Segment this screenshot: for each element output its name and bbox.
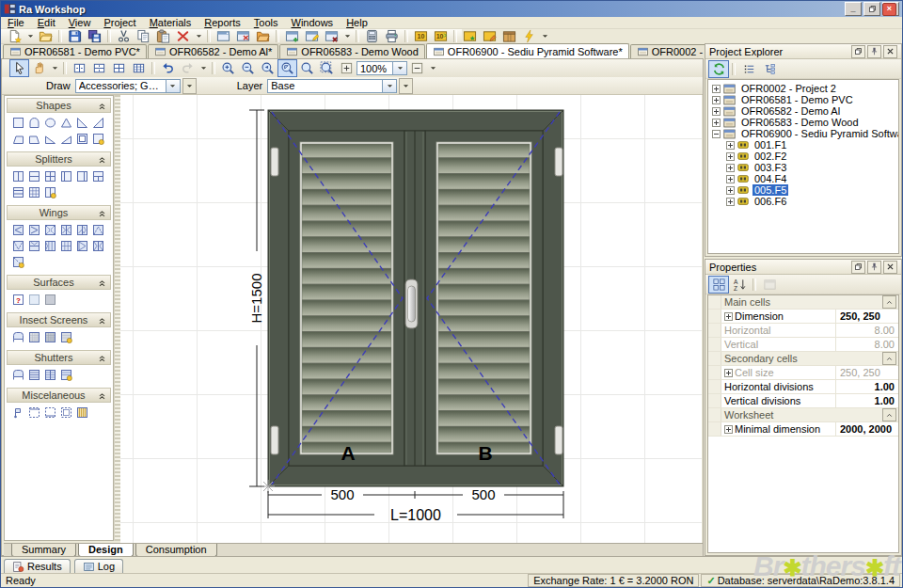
shp-trap1-tool[interactable] bbox=[12, 133, 24, 145]
expand-node-button[interactable] bbox=[726, 175, 735, 183]
property-row[interactable]: Dimension250, 250 bbox=[708, 310, 898, 324]
output-tab-log[interactable]: Log bbox=[74, 559, 123, 573]
expand-node-button[interactable] bbox=[726, 198, 735, 206]
wng-hb-tool[interactable] bbox=[44, 240, 56, 252]
srf-b-tool[interactable] bbox=[44, 294, 56, 306]
property-value[interactable]: 8.00 bbox=[836, 325, 898, 336]
wng-xb-tool[interactable] bbox=[12, 240, 24, 252]
design-tab-summary[interactable]: Summary bbox=[11, 544, 76, 557]
msc-flag-tool[interactable] bbox=[12, 406, 24, 419]
view-tree-button[interactable] bbox=[759, 60, 780, 78]
add-position-button[interactable] bbox=[282, 28, 302, 44]
window-drawing[interactable]: H=1500 bbox=[120, 95, 702, 543]
zoom-fit-button[interactable] bbox=[277, 59, 297, 77]
expand-node-button[interactable] bbox=[726, 164, 735, 172]
menu-edit[interactable]: Edit bbox=[31, 17, 62, 28]
shp-trap3-tool[interactable] bbox=[44, 133, 56, 145]
menu-help[interactable]: Help bbox=[340, 17, 374, 28]
sht-a-tool[interactable] bbox=[12, 369, 24, 381]
panel-pin-button[interactable] bbox=[867, 261, 881, 274]
ins-b-tool[interactable] bbox=[28, 331, 40, 343]
zoom-increase-button[interactable] bbox=[337, 59, 356, 77]
merge-cell-button[interactable] bbox=[129, 59, 149, 77]
toolbar-overflow-1[interactable] bbox=[193, 28, 204, 44]
calculate-button[interactable] bbox=[362, 28, 382, 44]
tree-item[interactable]: OFR06583 - Demo Wood bbox=[708, 117, 898, 128]
undo-button[interactable] bbox=[158, 59, 178, 77]
print-report-button[interactable] bbox=[382, 28, 402, 44]
collapse-group-button[interactable] bbox=[97, 101, 107, 111]
materials-edit-button[interactable] bbox=[480, 28, 499, 44]
zoom-window-button[interactable] bbox=[297, 59, 317, 77]
sht-b-tool[interactable] bbox=[28, 369, 40, 381]
collapse-category-button[interactable] bbox=[882, 352, 896, 365]
wng-vv-tool[interactable] bbox=[92, 240, 104, 252]
undo-dropdown[interactable] bbox=[198, 59, 209, 77]
srf-a-tool[interactable] bbox=[28, 294, 40, 306]
new-offer-dropdown[interactable] bbox=[24, 28, 36, 44]
collapse-category-button[interactable] bbox=[882, 295, 896, 309]
minimize-button[interactable]: _ bbox=[845, 2, 862, 16]
property-row[interactable]: Vertical8.00 bbox=[708, 338, 898, 352]
delete-button[interactable] bbox=[173, 28, 193, 44]
design-tab-consumption[interactable]: Consumption bbox=[135, 544, 217, 557]
menu-materials[interactable]: Materials bbox=[143, 17, 198, 28]
msc-d1-tool[interactable] bbox=[28, 406, 40, 419]
close-document-button[interactable]: × bbox=[882, 3, 896, 16]
wng-l-tool[interactable] bbox=[12, 224, 24, 236]
tree-item[interactable]: OFR06900 - Sediu Pyramid Software bbox=[708, 128, 898, 139]
msc-hatch-tool[interactable] bbox=[76, 406, 88, 419]
property-row[interactable]: Horizontal8.00 bbox=[708, 324, 898, 338]
spl-b-tool[interactable] bbox=[12, 186, 24, 199]
menu-tools[interactable]: Tools bbox=[247, 17, 285, 28]
tree-item[interactable]: 006.F6 bbox=[708, 196, 898, 207]
shp-trap2-tool[interactable] bbox=[28, 133, 40, 145]
ins-a-tool[interactable] bbox=[12, 331, 24, 343]
property-value[interactable]: 8.00 bbox=[836, 339, 898, 350]
draw-mode-combo[interactable]: Accessories; Gap positio... bbox=[75, 79, 181, 93]
expand-node-button[interactable] bbox=[712, 85, 721, 93]
expand-node-button[interactable] bbox=[712, 119, 721, 127]
wng-hc-tool[interactable] bbox=[60, 240, 72, 252]
sash-b[interactable] bbox=[425, 131, 543, 466]
select-tool-dropdown[interactable] bbox=[49, 59, 60, 77]
draw-mode-combo-arrow[interactable] bbox=[166, 80, 180, 92]
shp-tri-tool[interactable] bbox=[60, 117, 72, 129]
layer-combo-arrow[interactable] bbox=[382, 80, 396, 92]
window-handle[interactable] bbox=[405, 279, 418, 328]
spl-t-tool[interactable] bbox=[92, 170, 104, 183]
expand-node-button[interactable] bbox=[726, 141, 735, 150]
collapse-group-button[interactable] bbox=[97, 353, 107, 363]
document-tab[interactable]: OFR06581 - Demo PVC* bbox=[3, 44, 147, 58]
pan-tool-button[interactable] bbox=[29, 59, 49, 77]
open-offer-button[interactable] bbox=[36, 28, 55, 44]
tree-item[interactable]: 005.F5 bbox=[708, 184, 898, 196]
expand-node-button[interactable] bbox=[726, 186, 735, 195]
zoom-overflow[interactable] bbox=[427, 59, 438, 77]
spl-v-tool[interactable] bbox=[12, 170, 24, 183]
menu-project[interactable]: Project bbox=[97, 17, 142, 28]
shp-rtri2-tool[interactable] bbox=[92, 117, 104, 129]
menu-reports[interactable]: Reports bbox=[198, 17, 247, 28]
collapse-group-button[interactable] bbox=[97, 390, 107, 401]
expand-property-button[interactable] bbox=[724, 312, 733, 321]
draw-options-button[interactable] bbox=[182, 78, 197, 94]
wng-ha-tool[interactable] bbox=[28, 240, 40, 252]
ins-c-tool[interactable] bbox=[44, 331, 56, 343]
new-form-button[interactable] bbox=[214, 28, 233, 44]
property-value[interactable]: 2000, 2000 bbox=[836, 423, 898, 435]
menu-view[interactable]: View bbox=[62, 17, 98, 28]
shp-rtri-tool[interactable] bbox=[76, 117, 88, 129]
wng-badge-tool[interactable] bbox=[12, 256, 24, 268]
shp-badge-tool[interactable] bbox=[92, 133, 104, 145]
property-value[interactable]: 250, 250 bbox=[836, 367, 898, 378]
spl-grid-tool[interactable] bbox=[28, 186, 40, 199]
spl-r-tool[interactable] bbox=[76, 170, 88, 183]
collapse-group-button[interactable] bbox=[97, 154, 107, 165]
edit-position-button[interactable] bbox=[302, 28, 322, 44]
spl-4-tool[interactable] bbox=[44, 170, 56, 183]
wng-2b-tool[interactable] bbox=[76, 224, 88, 236]
categorized-button[interactable] bbox=[708, 276, 729, 294]
sort-az-button[interactable]: AZ bbox=[729, 276, 750, 294]
layer-options-button[interactable] bbox=[399, 78, 413, 94]
